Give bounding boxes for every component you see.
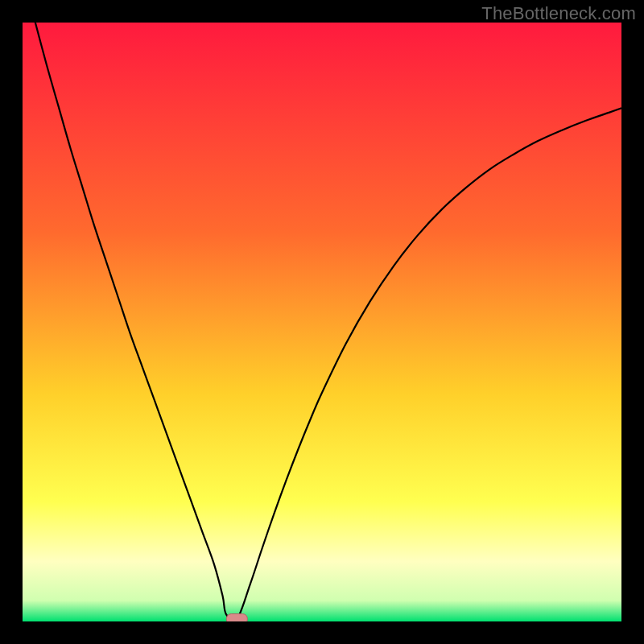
- bottleneck-chart: [23, 23, 621, 621]
- attribution-label: TheBottleneck.com: [481, 3, 636, 24]
- optimal-point-marker: [226, 614, 247, 621]
- gradient-background: [23, 23, 621, 621]
- plot-area: [23, 23, 621, 621]
- chart-frame: TheBottleneck.com: [0, 0, 644, 644]
